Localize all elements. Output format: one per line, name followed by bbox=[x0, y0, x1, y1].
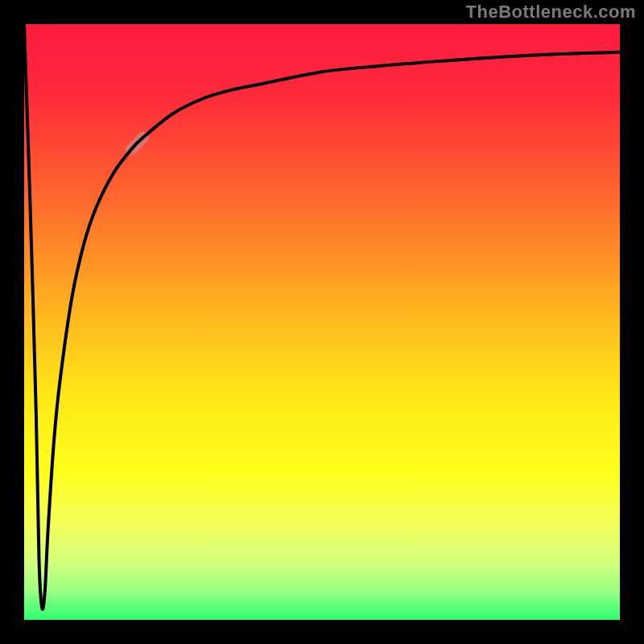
bottleneck-chart bbox=[0, 0, 644, 644]
chart-container: TheBottleneck.com bbox=[0, 0, 644, 644]
watermark-text: TheBottleneck.com bbox=[466, 2, 636, 23]
plot-background bbox=[24, 24, 620, 620]
